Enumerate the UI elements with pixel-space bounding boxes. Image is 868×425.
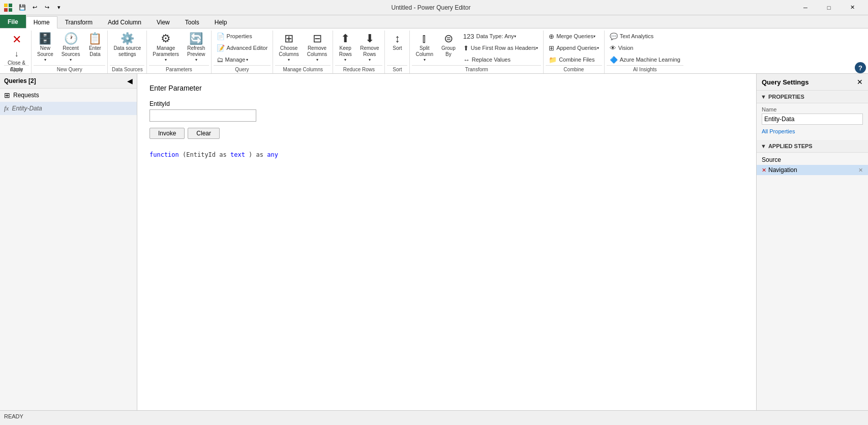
save-quick-btn[interactable]: 💾 bbox=[17, 3, 27, 13]
ribbon-group-close-label: Close bbox=[4, 65, 29, 73]
data-type-arrow: ▾ bbox=[514, 34, 516, 39]
merge-queries-button[interactable]: ⊕ Merge Queries ▾ bbox=[546, 31, 602, 42]
tab-home[interactable]: Home bbox=[26, 16, 57, 29]
merge-queries-arrow: ▾ bbox=[593, 34, 595, 39]
keep-rows-button[interactable]: ⬆ KeepRows ▾ bbox=[335, 31, 355, 65]
tab-file[interactable]: File bbox=[0, 15, 26, 28]
split-column-arrow: ▾ bbox=[424, 58, 426, 62]
ribbon-group-new-query: 🗄️ NewSource ▾ 🕐 RecentSources ▾ 📋 Enter… bbox=[32, 31, 108, 73]
tab-tools[interactable]: Tools bbox=[177, 16, 207, 28]
step-navigation-delete[interactable]: ✕ bbox=[858, 167, 863, 174]
enter-data-button[interactable]: 📋 EnterData bbox=[84, 31, 105, 65]
remove-columns-button[interactable]: ⊟ RemoveColumns ▾ bbox=[304, 31, 331, 65]
sidebar-item-requests-label: Requests bbox=[13, 92, 39, 99]
close-button[interactable]: ✕ bbox=[841, 0, 864, 15]
append-queries-button[interactable]: ⊞ Append Queries ▾ bbox=[546, 42, 602, 53]
properties-button[interactable]: 📄 Properties bbox=[214, 31, 271, 42]
close-apply-icon: ✕↓ bbox=[12, 33, 21, 60]
text-analytics-button[interactable]: 💬 Text Analytics bbox=[607, 31, 683, 42]
remove-rows-button[interactable]: ⬇ RemoveRows ▾ bbox=[356, 31, 382, 65]
step-navigation[interactable]: ✕ Navigation ✕ bbox=[757, 165, 868, 175]
minimize-button[interactable]: ─ bbox=[794, 0, 817, 15]
remove-columns-label: RemoveColumns bbox=[307, 45, 327, 58]
replace-values-icon: ↔ bbox=[463, 56, 470, 64]
keep-rows-arrow: ▾ bbox=[344, 58, 346, 62]
refresh-preview-button[interactable]: 🔄 RefreshPreview ▾ bbox=[184, 31, 209, 65]
step-navigation-left: ✕ Navigation bbox=[762, 166, 797, 174]
manage-parameters-icon: ⚙ bbox=[161, 33, 171, 44]
properties-section-header[interactable]: ▼ PROPERTIES bbox=[757, 91, 868, 103]
choose-columns-arrow: ▾ bbox=[288, 58, 290, 62]
right-panel-close-button[interactable]: ✕ bbox=[857, 78, 863, 86]
name-input[interactable] bbox=[762, 114, 863, 125]
manage-params-arrow: ▾ bbox=[165, 58, 167, 62]
replace-values-button[interactable]: ↔ Replace Values bbox=[460, 54, 541, 65]
properties-label: Properties bbox=[227, 33, 252, 39]
entity-id-input[interactable] bbox=[149, 109, 256, 122]
recent-sources-button[interactable]: 🕐 RecentSources ▾ bbox=[58, 31, 84, 65]
use-first-row-arrow: ▾ bbox=[536, 46, 538, 50]
tab-help[interactable]: Help bbox=[207, 16, 235, 28]
split-column-button[interactable]: ⫿ SplitColumn ▾ bbox=[412, 31, 436, 65]
recent-sources-arrow: ▾ bbox=[70, 58, 72, 62]
manage-button[interactable]: 🗂 Manage ▾ bbox=[214, 54, 271, 65]
help-button[interactable]: ? bbox=[855, 62, 866, 73]
new-source-icon: 🗄️ bbox=[38, 33, 52, 44]
manage-icon: 🗂 bbox=[217, 56, 223, 64]
data-type-button[interactable]: 123 Data Type: Any ▾ bbox=[460, 31, 541, 42]
collapse-arrow: ▼ bbox=[761, 94, 766, 100]
manage-parameters-button[interactable]: ⚙ ManageParameters ▾ bbox=[149, 31, 183, 65]
data-type-label: Data Type: Any bbox=[476, 33, 514, 39]
tab-bar: File Home Transform Add Column View Tool… bbox=[0, 15, 868, 29]
function-keyword: function bbox=[149, 151, 179, 158]
combine-files-button[interactable]: 📁 Combine Files bbox=[546, 54, 602, 65]
vision-icon: 👁 bbox=[610, 44, 616, 52]
right-panel: Query Settings ✕ ▼ PROPERTIES Name All P… bbox=[756, 74, 868, 410]
sidebar-item-entity-data-label: Entity-Data bbox=[12, 105, 42, 112]
form-buttons: Invoke Clear bbox=[149, 128, 744, 139]
tab-view[interactable]: View bbox=[149, 16, 177, 28]
sidebar-toggle-button[interactable]: ◀ bbox=[127, 77, 133, 85]
use-first-row-button[interactable]: ⬆ Use First Row as Headers ▾ bbox=[460, 42, 541, 53]
use-first-row-label: Use First Row as Headers bbox=[471, 45, 536, 51]
advanced-editor-button[interactable]: 📝 Advanced Editor bbox=[214, 42, 271, 53]
step-source[interactable]: Source bbox=[757, 155, 868, 165]
refresh-preview-icon: 🔄 bbox=[189, 33, 203, 44]
data-source-settings-button[interactable]: ⚙️ Data sourcesettings bbox=[110, 31, 144, 65]
step-source-left: Source bbox=[762, 156, 781, 163]
recent-sources-label: RecentSources bbox=[62, 45, 80, 58]
azure-ml-button[interactable]: 🔷 Azure Machine Learning bbox=[607, 54, 683, 65]
clear-button[interactable]: Clear bbox=[188, 128, 220, 139]
vision-button[interactable]: 👁 Vision bbox=[607, 42, 683, 53]
invoke-button[interactable]: Invoke bbox=[149, 128, 185, 139]
transform-stacked: 123 Data Type: Any ▾ ⬆ Use First Row as … bbox=[460, 31, 541, 65]
sidebar-item-entity-data[interactable]: fx Entity-Data bbox=[0, 102, 137, 115]
combine-files-label: Combine Files bbox=[559, 56, 594, 63]
main-layout: Queries [2] ◀ ⊞ Requests fx Entity-Data … bbox=[0, 74, 868, 410]
all-properties-link[interactable]: All Properties bbox=[762, 128, 795, 134]
merge-queries-label: Merge Queries bbox=[556, 33, 593, 39]
group-by-button[interactable]: ⊜ GroupBy bbox=[438, 31, 459, 65]
svg-rect-2 bbox=[4, 8, 8, 12]
tab-add-column[interactable]: Add Column bbox=[100, 16, 149, 28]
applied-steps-section-header[interactable]: ▼ APPLIED STEPS bbox=[757, 140, 868, 153]
undo-quick-btn[interactable]: ↩ bbox=[29, 3, 40, 13]
tab-transform[interactable]: Transform bbox=[57, 16, 100, 28]
choose-columns-button[interactable]: ⊞ ChooseColumns ▾ bbox=[275, 31, 302, 65]
step-source-label: Source bbox=[762, 156, 781, 163]
form-title: Enter Parameter bbox=[149, 84, 744, 92]
sort-button[interactable]: ↕ Sort bbox=[387, 31, 407, 65]
function-type: text bbox=[230, 151, 245, 158]
redo-quick-btn[interactable]: ↪ bbox=[42, 3, 52, 13]
ribbon-group-transform: ⫿ SplitColumn ▾ ⊜ GroupBy 123 Data Type:… bbox=[410, 31, 544, 73]
close-apply-button[interactable]: ✕↓ Close &Apply ▾ bbox=[4, 31, 29, 65]
sidebar-item-requests[interactable]: ⊞ Requests bbox=[0, 89, 137, 102]
ribbon-group-reduce-rows: ⬆ KeepRows ▾ ⬇ RemoveRows ▾ Reduce Rows bbox=[333, 31, 385, 73]
ribbon-group-manage-columns: ⊞ ChooseColumns ▾ ⊟ RemoveColumns ▾ Mana… bbox=[273, 31, 333, 73]
restore-button[interactable]: □ bbox=[817, 0, 841, 15]
quick-access-dropdown[interactable]: ▾ bbox=[54, 3, 64, 13]
data-type-icon: 123 bbox=[463, 33, 474, 40]
ribbon-group-combine: ⊕ Merge Queries ▾ ⊞ Append Queries ▾ 📁 C… bbox=[544, 31, 605, 73]
split-column-label: SplitColumn bbox=[415, 45, 433, 58]
new-source-button[interactable]: 🗄️ NewSource ▾ bbox=[34, 31, 57, 65]
